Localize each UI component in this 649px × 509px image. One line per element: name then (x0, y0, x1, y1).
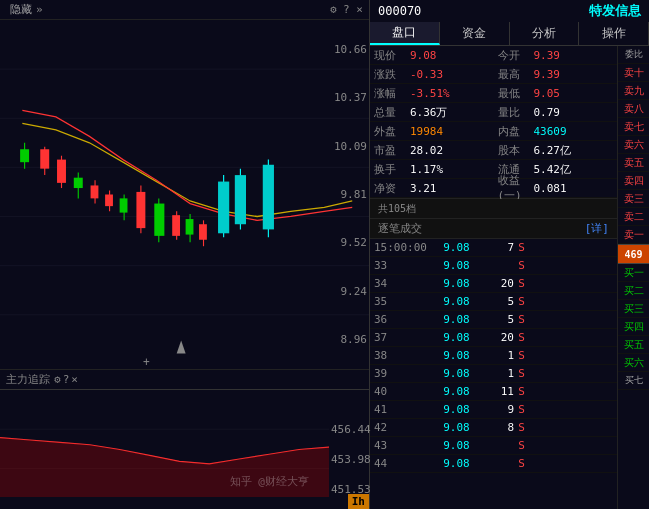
bottom-chart: 456.44 453.98 451.53 知乎 @财经大亨 (0, 389, 369, 509)
info-row-2b: 最高 9.39 (494, 65, 618, 84)
value-内盘: 43609 (534, 125, 614, 138)
value-换手: 1.17% (410, 163, 490, 176)
right-panel: 000070 特发信息 盘口 资金 分析 操作 (370, 0, 649, 509)
svg-rect-33 (235, 175, 246, 224)
watermark: 知乎 @财经大亨 (230, 474, 309, 489)
value-外盘: 19984 (410, 125, 490, 138)
svg-rect-17 (105, 195, 113, 207)
svg-rect-29 (199, 224, 207, 240)
right-inner: 现价 9.08 今开 9.39 涨跌 -0.33 最高 9.39 (370, 46, 649, 509)
price-label-1: 10.66 (331, 43, 369, 56)
price-label-5: 9.52 (331, 236, 369, 249)
trans-row-7: 39 9.08 1 S (370, 365, 617, 383)
value-市盈: 28.02 (410, 144, 490, 157)
order-buy-5: 买五 (618, 336, 649, 354)
info-grid: 现价 9.08 今开 9.39 涨跌 -0.33 最高 9.39 (370, 46, 617, 199)
svg-rect-35 (263, 165, 274, 230)
trans-row-5: 37 9.08 20 S (370, 329, 617, 347)
total-档-row: 共105档 (370, 199, 617, 219)
trans-row-1: 33 9.08 S (370, 257, 617, 275)
svg-rect-31 (218, 182, 229, 234)
tab-盘口[interactable]: 盘口 (370, 22, 440, 45)
info-row-5b: 内盘 43609 (494, 122, 618, 141)
value-最高: 9.39 (534, 68, 614, 81)
value-今开: 9.39 (534, 49, 614, 62)
svg-rect-25 (172, 215, 180, 236)
tracker-close[interactable]: × (71, 373, 78, 386)
value-流通: 5.42亿 (534, 162, 614, 177)
order-buy-7: 买七 (618, 372, 649, 390)
order-sell-7: 卖七 (618, 118, 649, 136)
trans-row-10: 42 9.08 8 S (370, 419, 617, 437)
info-row-3a: 涨幅 -3.51% (370, 84, 494, 103)
price-label-3: 10.09 (331, 140, 369, 153)
order-sell-1: 卖一 (618, 226, 649, 244)
info-row-4b: 量比 0.79 (494, 103, 618, 122)
tracker-question: ? (63, 373, 70, 386)
label-涨跌: 涨跌 (374, 67, 410, 82)
order-sell-5: 卖五 (618, 154, 649, 172)
order-book-sidebar: 委比 卖十 卖九 卖八 卖七 卖六 卖五 卖四 卖三 卖二 卖一 469 买一 … (617, 46, 649, 509)
order-sell-9: 卖九 (618, 82, 649, 100)
order-sell-4: 卖四 (618, 172, 649, 190)
settings-icons: ⚙ ? × (330, 3, 363, 16)
info-row-8b: 收益(一) 0.081 (494, 179, 618, 198)
tracker-label: 主力追踪 (6, 372, 50, 387)
order-sell-10: 卖十 (618, 64, 649, 82)
main-container: 隐藏 » ⚙ ? × 10.66 10.37 10.09 9.81 9.52 9… (0, 0, 649, 509)
value-涨幅: -3.51% (410, 87, 490, 100)
trans-row-3: 35 9.08 5 S (370, 293, 617, 311)
label-最低: 最低 (498, 86, 534, 101)
transaction-list: 15:00:00 9.08 7 S 33 9.08 S 34 9.08 (370, 239, 617, 509)
value-量比: 0.79 (534, 106, 614, 119)
tracker-bar: 主力追踪 ⚙ ? × (0, 369, 369, 389)
price-label-7: 8.96 (331, 333, 369, 346)
label-今开: 今开 (498, 48, 534, 63)
svg-rect-11 (57, 160, 66, 183)
chart-top-bar: 隐藏 » ⚙ ? × (0, 0, 369, 20)
order-buy-1: 买一 (618, 264, 649, 282)
bottom-price-2: 453.98 (331, 453, 369, 466)
order-sell-2: 卖二 (618, 208, 649, 226)
transaction-detail[interactable]: [详] (585, 221, 609, 236)
order-sell-8: 卖八 (618, 100, 649, 118)
price-label-4: 9.81 (331, 188, 369, 201)
value-净资: 3.21 (410, 182, 490, 195)
price-labels: 10.66 10.37 10.09 9.81 9.52 9.24 8.96 (331, 20, 369, 369)
right-header: 000070 特发信息 (370, 0, 649, 22)
tab-操作[interactable]: 操作 (579, 22, 649, 45)
label-量比: 量比 (498, 105, 534, 120)
svg-rect-19 (120, 198, 128, 212)
label-股本: 股本 (498, 143, 534, 158)
label-总量: 总量 (374, 105, 410, 120)
price-label-6: 9.24 (331, 285, 369, 298)
info-row-7a: 换手 1.17% (370, 160, 494, 179)
label-现价: 现价 (374, 48, 410, 63)
info-row-4a: 总量 6.36万 (370, 103, 494, 122)
value-总量: 6.36万 (410, 105, 490, 120)
hide-label[interactable]: 隐藏 (10, 2, 32, 17)
tab-资金[interactable]: 资金 (440, 22, 510, 45)
info-row-1a: 现价 9.08 (370, 46, 494, 65)
transaction-header: 逐笔成交 [详] (370, 219, 617, 239)
tab-分析[interactable]: 分析 (510, 22, 580, 45)
label-最高: 最高 (498, 67, 534, 82)
main-chart-area: 10.66 10.37 10.09 9.81 9.52 9.24 8.96 (0, 20, 369, 369)
trans-row-8: 40 9.08 11 S (370, 383, 617, 401)
tracker-gear: ⚙ (54, 373, 61, 386)
order-label-委比: 委比 (618, 46, 649, 64)
info-row-5a: 外盘 19984 (370, 122, 494, 141)
price-label-2: 10.37 (331, 91, 369, 104)
trans-row-9: 41 9.08 9 S (370, 401, 617, 419)
order-badge: 469 (618, 244, 649, 264)
svg-rect-23 (154, 204, 164, 236)
info-row-8a: 净资 3.21 (370, 179, 494, 198)
order-buy-4: 买四 (618, 318, 649, 336)
chevron-icon: » (36, 3, 43, 16)
trans-row-4: 36 9.08 5 S (370, 311, 617, 329)
trans-row-0: 15:00:00 9.08 7 S (370, 239, 617, 257)
candlestick-chart: + (0, 20, 369, 369)
corner-badge: Ih (348, 494, 369, 509)
svg-text:+: + (143, 355, 150, 369)
stock-name: 特发信息 (589, 2, 641, 20)
